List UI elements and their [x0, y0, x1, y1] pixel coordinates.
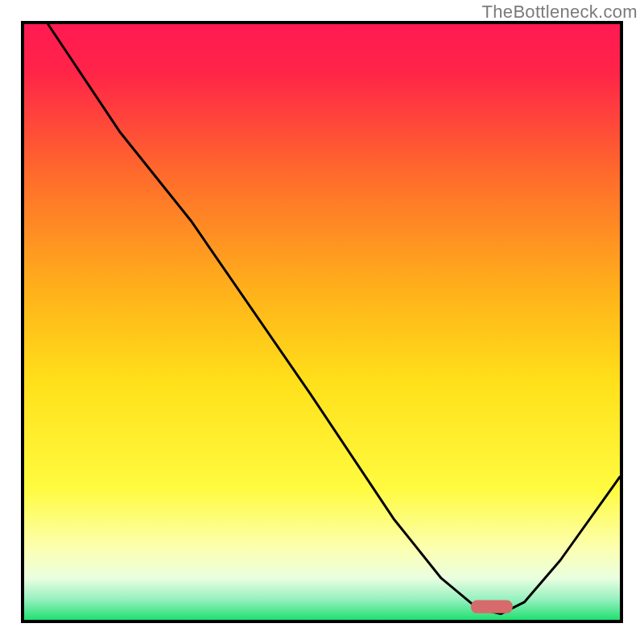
watermark-text: TheBottleneck.com [482, 2, 638, 23]
optimal-range-marker [471, 601, 513, 613]
chart-container: { "watermark": "TheBottleneck.com", "cha… [0, 0, 644, 644]
bottleneck-chart [0, 0, 644, 644]
gradient-background [24, 24, 620, 620]
